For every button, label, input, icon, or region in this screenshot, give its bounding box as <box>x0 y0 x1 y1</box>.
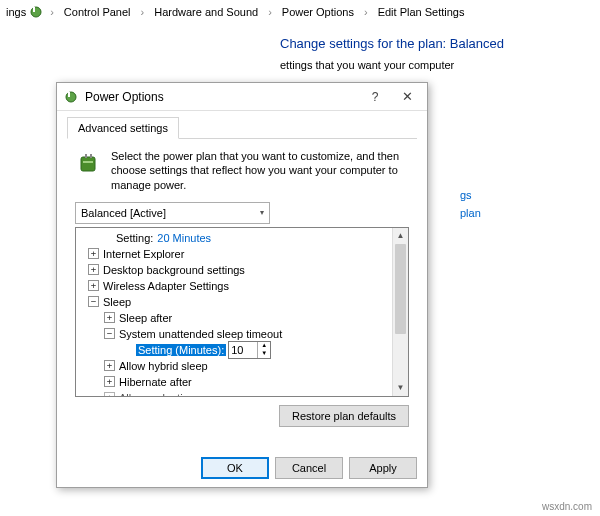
scroll-track[interactable] <box>393 244 408 380</box>
power-options-dialog: Power Options ? ✕ Advanced settings Sele… <box>56 82 428 488</box>
collapse-icon[interactable]: − <box>104 328 115 339</box>
expand-icon[interactable]: + <box>88 248 99 259</box>
dialog-titlebar[interactable]: Power Options ? ✕ <box>57 83 427 111</box>
power-icon <box>28 4 44 20</box>
scroll-up-icon[interactable]: ▲ <box>393 228 408 244</box>
tree-label: Wireless Adapter Settings <box>103 280 229 292</box>
tree-row-ie[interactable]: + Internet Explorer <box>80 246 392 262</box>
close-button[interactable]: ✕ <box>391 86 423 108</box>
tab-advanced-settings[interactable]: Advanced settings <box>67 117 179 139</box>
expand-icon[interactable]: + <box>104 376 115 387</box>
page-description-fragment: ettings that you want your computer <box>280 59 570 71</box>
breadcrumb-item-power-options[interactable]: Power Options <box>278 4 358 20</box>
tree-row-setting-minutes[interactable]: Setting (Minutes): ▲ ▼ <box>80 342 392 358</box>
tree-row-wake-timers[interactable]: + Allow wake timers <box>80 390 392 396</box>
tree-value: 20 Minutes <box>157 232 211 244</box>
svg-rect-3 <box>68 92 70 97</box>
link-fragment-2[interactable]: plan <box>460 207 570 219</box>
svg-rect-7 <box>83 161 93 163</box>
tree-label: Sleep after <box>119 312 172 324</box>
tree-label: Allow wake timers <box>119 392 207 396</box>
spinner-up-icon[interactable]: ▲ <box>258 342 270 350</box>
svg-point-0 <box>31 7 41 17</box>
tree-label: Desktop background settings <box>103 264 245 276</box>
expand-icon[interactable]: + <box>88 264 99 275</box>
tree-row-sleep[interactable]: − Sleep <box>80 294 392 310</box>
tree-row-unattended[interactable]: − System unattended sleep timeout <box>80 326 392 342</box>
tree-label: System unattended sleep timeout <box>119 328 282 340</box>
help-button[interactable]: ? <box>359 86 391 108</box>
collapse-icon[interactable]: − <box>88 296 99 307</box>
tree-label-selected: Setting (Minutes): <box>136 344 226 356</box>
chevron-right-icon: › <box>360 6 372 18</box>
tree-label: Setting: <box>116 232 153 244</box>
chevron-right-icon: › <box>137 6 149 18</box>
scroll-down-icon[interactable]: ▼ <box>393 380 408 396</box>
tree-row-setting-top[interactable]: Setting: 20 Minutes <box>80 230 392 246</box>
plan-select[interactable]: Balanced [Active] ▾ <box>75 202 270 224</box>
apply-button[interactable]: Apply <box>349 457 417 479</box>
page-title: Change settings for the plan: Balanced <box>280 36 570 51</box>
svg-rect-4 <box>81 157 95 171</box>
plan-select-value: Balanced [Active] <box>81 207 166 219</box>
tree-label: Internet Explorer <box>103 248 184 260</box>
chevron-right-icon: › <box>264 6 276 18</box>
dialog-instructions: Select the power plan that you want to c… <box>111 149 409 192</box>
tree-row-hybrid[interactable]: + Allow hybrid sleep <box>80 358 392 374</box>
tree-scrollbar[interactable]: ▲ ▼ <box>392 228 408 396</box>
restore-defaults-button[interactable]: Restore plan defaults <box>279 405 409 427</box>
breadcrumb-item-hardware-sound[interactable]: Hardware and Sound <box>150 4 262 20</box>
minutes-spinner[interactable]: ▲ ▼ <box>228 341 271 359</box>
expand-icon[interactable]: + <box>104 360 115 371</box>
breadcrumb: ings › Control Panel › Hardware and Soun… <box>0 0 600 24</box>
breadcrumb-item-edit-plan[interactable]: Edit Plan Settings <box>374 4 469 20</box>
tree-row-sleep-after[interactable]: + Sleep after <box>80 310 392 326</box>
dialog-title: Power Options <box>85 90 359 104</box>
svg-rect-1 <box>33 7 35 12</box>
svg-point-2 <box>66 92 76 102</box>
tree-label: Hibernate after <box>119 376 192 388</box>
battery-icon <box>75 149 103 177</box>
expand-icon[interactable]: + <box>88 280 99 291</box>
minutes-input[interactable] <box>229 342 257 358</box>
link-fragment-1[interactable]: gs <box>460 189 570 201</box>
tree-row-desktop-bg[interactable]: + Desktop background settings <box>80 262 392 278</box>
tree-label: Allow hybrid sleep <box>119 360 208 372</box>
power-icon <box>63 89 79 105</box>
scroll-thumb[interactable] <box>395 244 406 334</box>
watermark: wsxdn.com <box>542 501 592 512</box>
settings-tree: Setting: 20 Minutes + Internet Explorer … <box>75 227 409 397</box>
chevron-down-icon: ▾ <box>260 208 264 217</box>
svg-rect-5 <box>85 154 87 158</box>
cancel-button[interactable]: Cancel <box>275 457 343 479</box>
spinner-down-icon[interactable]: ▼ <box>258 350 270 358</box>
expand-icon[interactable]: + <box>104 312 115 323</box>
breadcrumb-item-control-panel[interactable]: Control Panel <box>60 4 135 20</box>
tab-strip: Advanced settings <box>67 117 417 139</box>
tree-row-hibernate[interactable]: + Hibernate after <box>80 374 392 390</box>
ok-button[interactable]: OK <box>201 457 269 479</box>
tree-label: Sleep <box>103 296 131 308</box>
chevron-right-icon: › <box>46 6 58 18</box>
tree-row-wireless[interactable]: + Wireless Adapter Settings <box>80 278 392 294</box>
breadcrumb-fragment: ings <box>6 6 26 18</box>
expand-icon[interactable]: + <box>104 392 115 396</box>
svg-rect-6 <box>90 154 92 158</box>
